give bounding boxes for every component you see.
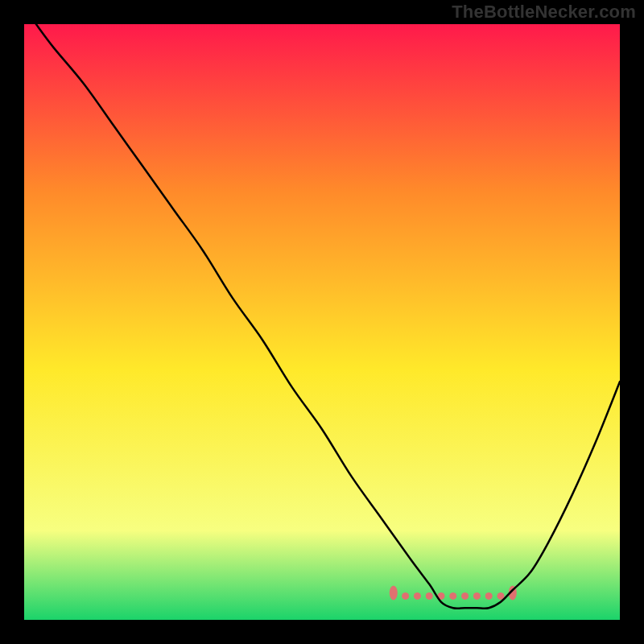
svg-point-0 [390, 585, 398, 600]
chart-frame: TheBottleNecker.com [0, 0, 644, 644]
svg-point-8 [473, 592, 481, 600]
svg-point-9 [485, 592, 493, 600]
svg-point-6 [449, 592, 456, 600]
chart-background [24, 24, 620, 620]
svg-point-2 [402, 592, 409, 600]
svg-point-7 [461, 592, 469, 600]
svg-point-4 [426, 592, 433, 600]
attribution-label: TheBottleNecker.com [452, 2, 636, 23]
svg-point-3 [414, 592, 421, 600]
bottleneck-chart [24, 24, 620, 620]
